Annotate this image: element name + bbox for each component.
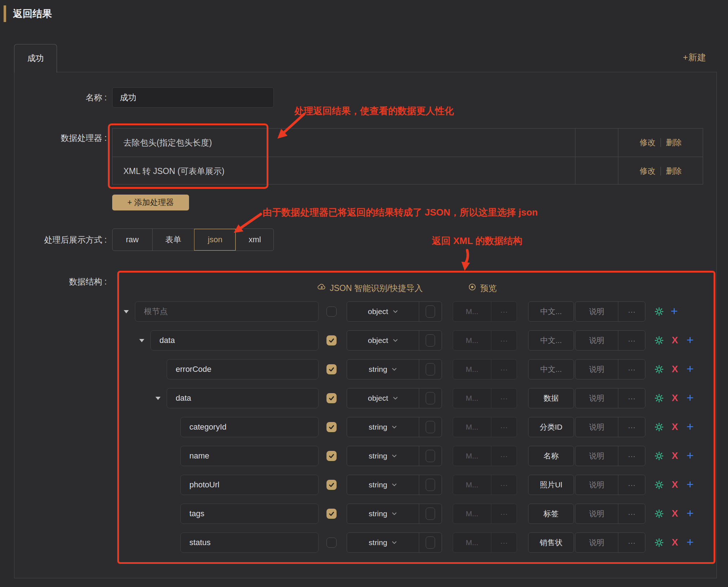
settings-icon[interactable] — [654, 307, 664, 318]
add-processor-button[interactable]: + 添加处理器 — [112, 195, 189, 210]
type-select-value[interactable]: string — [347, 533, 419, 552]
required-checkbox[interactable] — [326, 480, 337, 490]
type-select[interactable]: object — [347, 330, 442, 351]
type-select-value[interactable]: string — [347, 446, 419, 466]
required-checkbox[interactable] — [326, 306, 337, 317]
description-field[interactable]: 说明 — [575, 302, 618, 321]
name-input[interactable]: 成功 — [112, 87, 274, 108]
type-select-value[interactable]: string — [347, 417, 419, 437]
type-checkbox[interactable] — [426, 450, 435, 462]
required-checkbox[interactable] — [326, 509, 337, 519]
description-field[interactable]: 说明 — [575, 417, 618, 437]
preview-button[interactable]: 预览 — [468, 282, 497, 294]
cn-name-field[interactable]: 中文... — [528, 330, 574, 351]
description-field[interactable]: 说明 — [575, 475, 618, 495]
delete-icon[interactable]: X — [672, 479, 678, 490]
delete-icon[interactable]: X — [672, 450, 678, 461]
add-child-icon[interactable]: + — [687, 361, 694, 376]
settings-icon[interactable] — [654, 538, 664, 549]
cn-name-field[interactable]: 销售状 — [528, 532, 574, 553]
cn-name-field[interactable]: 名称 — [528, 446, 574, 466]
type-checkbox[interactable] — [426, 305, 435, 318]
desc-more-button[interactable]: ··· — [618, 504, 645, 523]
settings-icon[interactable] — [654, 480, 664, 491]
field-name-input[interactable]: tags — [180, 504, 319, 524]
delete-button[interactable]: 删除 — [666, 166, 682, 177]
add-child-icon[interactable]: + — [687, 535, 694, 549]
tab-success[interactable]: 成功 — [14, 44, 57, 73]
expand-caret-icon[interactable] — [124, 310, 129, 313]
desc-more-button[interactable]: ··· — [618, 302, 645, 321]
type-select-value[interactable]: object — [347, 388, 419, 408]
type-checkbox[interactable] — [426, 508, 435, 520]
type-select[interactable]: string — [347, 475, 442, 495]
add-child-icon[interactable]: + — [687, 506, 694, 520]
add-child-icon[interactable]: + — [687, 390, 694, 405]
modify-button[interactable]: 修改 — [640, 137, 655, 148]
desc-more-button[interactable]: ··· — [618, 533, 645, 552]
field-name-input[interactable]: name — [180, 446, 319, 466]
required-checkbox[interactable] — [326, 422, 337, 432]
field-name-input[interactable]: 根节点 — [135, 301, 319, 322]
description-field[interactable]: 说明 — [575, 504, 618, 523]
modify-button[interactable]: 修改 — [640, 166, 655, 177]
add-child-icon[interactable]: + — [687, 448, 694, 462]
type-select-value[interactable]: string — [347, 504, 419, 523]
desc-more-button[interactable]: ··· — [618, 417, 645, 437]
display-option-raw[interactable]: raw — [113, 229, 152, 251]
type-select[interactable]: object — [347, 388, 442, 408]
description-field[interactable]: 说明 — [575, 533, 618, 552]
delete-icon[interactable]: X — [672, 335, 678, 345]
type-select-value[interactable]: object — [347, 302, 419, 321]
description-field[interactable]: 说明 — [575, 331, 618, 350]
type-select[interactable]: object — [347, 301, 442, 322]
expand-caret-icon[interactable] — [139, 339, 144, 342]
type-select-value[interactable]: object — [347, 331, 419, 350]
delete-icon[interactable]: X — [672, 421, 678, 432]
desc-more-button[interactable]: ··· — [618, 360, 645, 379]
display-option-xml[interactable]: xml — [236, 229, 273, 251]
add-child-icon[interactable]: + — [671, 304, 678, 318]
cn-name-field[interactable]: 数据 — [528, 388, 574, 408]
type-select-value[interactable]: string — [347, 360, 419, 379]
field-name-input[interactable]: categoryId — [180, 417, 319, 437]
desc-more-button[interactable]: ··· — [618, 388, 645, 408]
type-select-value[interactable]: string — [347, 475, 419, 495]
description-field[interactable]: 说明 — [575, 360, 618, 379]
delete-icon[interactable]: X — [672, 364, 678, 374]
desc-more-button[interactable]: ··· — [618, 331, 645, 350]
cn-name-field[interactable]: 中文... — [528, 301, 574, 322]
type-checkbox[interactable] — [426, 363, 435, 375]
settings-icon[interactable] — [654, 336, 664, 347]
field-name-input[interactable]: data — [150, 330, 319, 351]
field-name-input[interactable]: data — [167, 388, 319, 408]
type-select[interactable]: string — [347, 417, 442, 437]
type-checkbox[interactable] — [426, 479, 435, 491]
type-select[interactable]: string — [347, 532, 442, 553]
required-checkbox[interactable] — [326, 538, 337, 548]
desc-more-button[interactable]: ··· — [618, 475, 645, 495]
delete-icon[interactable]: X — [672, 508, 678, 519]
settings-icon[interactable] — [654, 451, 664, 462]
type-select[interactable]: string — [347, 359, 442, 379]
type-checkbox[interactable] — [426, 536, 435, 549]
type-select[interactable]: string — [347, 446, 442, 466]
cn-name-field[interactable]: 标签 — [528, 504, 574, 524]
delete-button[interactable]: 删除 — [666, 137, 682, 148]
cn-name-field[interactable]: 分类ID — [528, 417, 574, 437]
settings-icon[interactable] — [654, 365, 664, 375]
type-checkbox[interactable] — [426, 334, 435, 347]
display-option-表单[interactable]: 表单 — [152, 229, 194, 251]
add-child-icon[interactable]: + — [687, 419, 694, 434]
settings-icon[interactable] — [654, 422, 664, 433]
add-child-icon[interactable]: + — [687, 477, 694, 491]
add-child-icon[interactable]: + — [687, 332, 694, 347]
field-name-input[interactable]: photoUrl — [180, 475, 319, 495]
delete-icon[interactable]: X — [672, 537, 678, 548]
cn-name-field[interactable]: 照片Ul — [528, 475, 574, 495]
required-checkbox[interactable] — [326, 451, 337, 461]
new-tab-button[interactable]: +新建 — [683, 51, 706, 64]
json-import-button[interactable]: JSON 智能识别/快捷导入 — [317, 282, 423, 294]
settings-icon[interactable] — [654, 393, 664, 404]
type-select[interactable]: string — [347, 504, 442, 524]
